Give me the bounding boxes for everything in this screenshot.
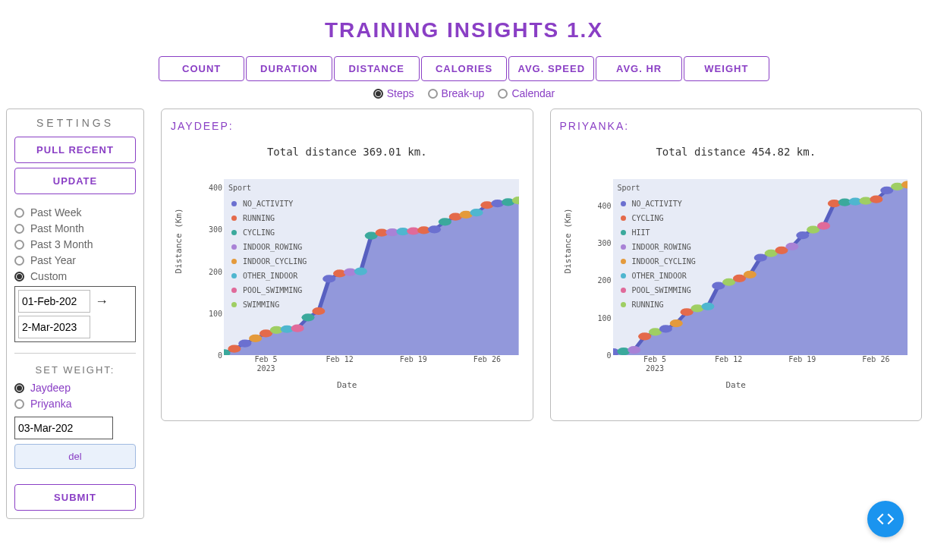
range-past-week[interactable]: Past Week — [14, 206, 136, 219]
x-axis-label: Date — [560, 380, 913, 390]
legend: SportNO_ACTIVITYRUNNINGCYCLINGINDOOR_ROW… — [228, 181, 307, 312]
tab-weight[interactable]: WEIGHT — [684, 56, 769, 81]
tab-count[interactable]: COUNT — [159, 56, 244, 81]
svg-point-35 — [669, 319, 682, 327]
svg-point-21 — [439, 218, 451, 225]
svg-point-10 — [322, 275, 335, 282]
view-calendar[interactable]: Calendar — [498, 87, 555, 99]
svg-point-24 — [470, 209, 483, 216]
svg-point-1 — [228, 345, 241, 353]
submit-button[interactable]: SUBMIT — [14, 484, 136, 511]
svg-point-7 — [291, 325, 304, 332]
settings-sidebar: SETTINGS PULL RECENT UPDATE Past Week Pa… — [6, 109, 144, 519]
weight-person-jaydeep[interactable]: Jaydeep — [14, 382, 136, 394]
svg-point-32 — [638, 332, 651, 340]
card-jaydeep: JAYDEEP: Total distance 369.01 km. Dista… — [161, 109, 533, 421]
svg-point-38 — [701, 303, 714, 310]
card-name: PRIYANKA: — [560, 120, 913, 132]
settings-heading: SETTINGS — [14, 117, 136, 129]
tab-avg-hr[interactable]: AVG. HR — [596, 56, 681, 81]
del-button[interactable]: del — [14, 444, 136, 469]
code-icon — [876, 509, 895, 529]
svg-point-47 — [796, 231, 809, 239]
date-start-input[interactable] — [18, 290, 90, 313]
pull-recent-button[interactable]: PULL RECENT — [14, 137, 136, 163]
svg-point-31 — [628, 346, 640, 354]
radio-icon — [14, 240, 24, 250]
svg-point-20 — [428, 225, 441, 233]
custom-date-box: → — [14, 286, 136, 342]
weight-date-input[interactable] — [14, 417, 113, 439]
radio-icon — [14, 383, 24, 393]
svg-point-2 — [238, 339, 251, 347]
svg-point-43 — [753, 254, 766, 262]
svg-point-9 — [312, 307, 325, 315]
svg-point-8 — [301, 313, 314, 321]
view-mode-radios: Steps Break-up Calendar — [0, 81, 928, 109]
svg-point-13 — [354, 267, 367, 275]
total-distance: Total distance 454.82 km. — [560, 146, 913, 158]
legend: SportNO_ACTIVITYCYCLINGHIITINDOOR_ROWING… — [618, 181, 696, 312]
svg-point-46 — [785, 243, 798, 250]
card-name: JAYDEEP: — [171, 120, 524, 132]
tab-calories[interactable]: CALORIES — [421, 56, 507, 81]
chart-priyanka: Distance (Km) 0100200300400 Feb 52023Feb… — [560, 170, 913, 390]
x-axis-label: Date — [171, 380, 524, 390]
radio-icon — [14, 272, 24, 282]
svg-point-49 — [816, 222, 829, 230]
weight-person-priyanka[interactable]: Priyanka — [14, 398, 136, 410]
range-past-3-month[interactable]: Past 3 Month — [14, 238, 136, 250]
svg-point-3 — [249, 335, 262, 342]
svg-point-42 — [743, 271, 756, 278]
tab-duration[interactable]: DURATION — [246, 56, 332, 81]
radio-icon — [373, 89, 383, 99]
y-axis-label: Distance (Km) — [174, 208, 184, 273]
view-steps[interactable]: Steps — [373, 87, 414, 99]
range-past-year[interactable]: Past Year — [14, 254, 136, 266]
card-priyanka: PRIYANKA: Total distance 454.82 km. Dist… — [550, 109, 923, 421]
radio-icon — [14, 208, 24, 218]
metric-tabs: COUNT DURATION DISTANCE CALORIES AVG. SP… — [158, 56, 770, 81]
app-title: TRAINING INSIGHTS 1.X — [0, 0, 928, 56]
code-fab[interactable] — [867, 501, 904, 537]
y-axis-label: Distance (Km) — [563, 208, 573, 273]
date-range-options: Past Week Past Month Past 3 Month Past Y… — [14, 206, 136, 342]
radio-icon — [428, 89, 438, 99]
tab-avg-speed[interactable]: AVG. SPEED — [508, 56, 594, 81]
radio-icon — [14, 399, 24, 409]
total-distance: Total distance 369.01 km. — [171, 146, 524, 158]
range-custom[interactable]: Custom — [14, 270, 136, 282]
arrow-right-icon: → — [95, 294, 109, 310]
radio-icon — [14, 224, 24, 234]
range-past-month[interactable]: Past Month — [14, 222, 136, 234]
svg-point-34 — [659, 325, 672, 332]
svg-point-54 — [870, 196, 882, 203]
radio-icon — [498, 89, 508, 99]
set-weight-heading: SET WEIGHT: — [14, 364, 136, 376]
view-breakup[interactable]: Break-up — [428, 87, 485, 99]
update-button[interactable]: UPDATE — [14, 168, 136, 194]
tab-distance[interactable]: DISTANCE — [334, 56, 420, 81]
chart-jaydeep: Distance (Km) 0100200300400 Feb 52023Feb… — [171, 170, 524, 390]
radio-icon — [14, 256, 24, 266]
date-end-input[interactable] — [18, 316, 90, 338]
